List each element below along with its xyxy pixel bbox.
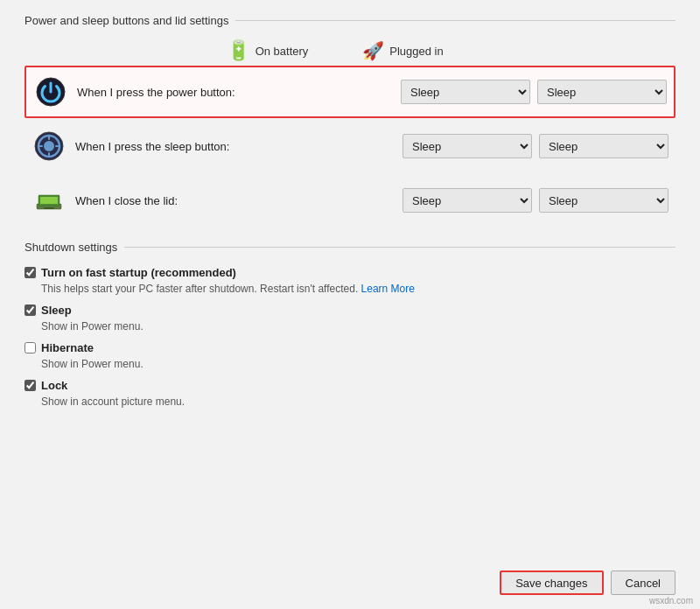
- lid-icon: [32, 183, 66, 218]
- sleep-checkbox[interactable]: [24, 304, 36, 316]
- hibernate-checkbox[interactable]: [24, 342, 36, 354]
- watermark: wsxdn.com: [649, 596, 693, 606]
- rocket-icon: 🚀: [362, 40, 384, 61]
- save-changes-button[interactable]: Save changes: [500, 570, 603, 595]
- sleep-item: Sleep Show in Power menu.: [24, 304, 676, 334]
- hibernate-desc: Show in Power menu.: [24, 356, 676, 372]
- fast-startup-item: Turn on fast startup (recommended) This …: [24, 266, 676, 297]
- power-button-icon: [33, 74, 68, 109]
- power-button-dropdowns: Do nothing Sleep Hibernate Shut down Do …: [401, 80, 667, 104]
- section-divider: [235, 20, 676, 21]
- fast-startup-checkbox[interactable]: [24, 267, 36, 278]
- battery-icon: 🔋: [227, 39, 250, 62]
- power-icon-svg: [35, 76, 66, 108]
- shutdown-section: Shutdown settings Turn on fast startup (…: [24, 241, 676, 410]
- lock-row: Lock: [24, 379, 676, 392]
- power-button-label: When I press the power button:: [77, 86, 401, 99]
- shutdown-section-title: Shutdown settings: [24, 241, 117, 254]
- sleep-row: Sleep: [24, 304, 676, 317]
- page-container: Power and sleep buttons and lid settings…: [0, 0, 700, 609]
- lock-desc: Show in account picture menu.: [24, 394, 676, 410]
- lid-label: When I close the lid:: [75, 194, 402, 207]
- footer: Save changes Cancel: [0, 560, 700, 609]
- lid-plugged-dropdown[interactable]: Do nothing Sleep Hibernate Shut down: [539, 188, 668, 213]
- hibernate-item: Hibernate Show in Power menu.: [24, 341, 676, 372]
- battery-column-header: 🔋 On battery: [200, 39, 335, 62]
- lock-label: Lock: [41, 379, 67, 392]
- sleep-button-icon: [32, 129, 66, 164]
- hibernate-row: Hibernate: [24, 341, 676, 354]
- lid-battery-dropdown[interactable]: Do nothing Sleep Hibernate Shut down: [402, 188, 532, 213]
- cancel-button[interactable]: Cancel: [611, 570, 676, 595]
- power-button-plugged-dropdown[interactable]: Do nothing Sleep Hibernate Shut down: [537, 80, 667, 104]
- lock-checkbox[interactable]: [24, 380, 36, 391]
- sleep-button-row: When I press the sleep button: Do nothin…: [24, 120, 676, 172]
- fast-startup-desc-text: This helps start your PC faster after sh…: [41, 283, 361, 295]
- lock-item: Lock Show in account picture menu.: [24, 379, 676, 410]
- sleep-button-label: When I press the sleep button:: [75, 140, 402, 153]
- fast-startup-row: Turn on fast startup (recommended): [24, 266, 676, 279]
- sleep-label: Sleep: [41, 304, 72, 317]
- battery-column-label: On battery: [256, 45, 309, 58]
- fast-startup-label: Turn on fast startup (recommended): [41, 266, 236, 279]
- lid-dropdowns: Do nothing Sleep Hibernate Shut down Do …: [402, 188, 668, 213]
- shutdown-section-header: Shutdown settings: [24, 241, 676, 254]
- power-button-battery-dropdown[interactable]: Do nothing Sleep Hibernate Shut down: [401, 80, 530, 104]
- svg-rect-10: [40, 197, 58, 204]
- learn-more-link[interactable]: Learn More: [361, 283, 415, 295]
- settings-rows: When I press the power button: Do nothin…: [24, 66, 676, 227]
- power-sleep-section-header: Power and sleep buttons and lid settings: [24, 14, 676, 27]
- hibernate-label: Hibernate: [41, 341, 94, 354]
- column-headers: 🔋 On battery 🚀 Plugged in: [24, 39, 676, 62]
- power-sleep-section-title: Power and sleep buttons and lid settings: [24, 14, 228, 27]
- svg-point-3: [44, 141, 54, 151]
- sleep-icon-svg: [33, 130, 65, 162]
- content-area: Power and sleep buttons and lid settings…: [0, 0, 700, 560]
- shutdown-section-divider: [124, 247, 676, 248]
- fast-startup-desc: This helps start your PC faster after sh…: [24, 281, 676, 297]
- sleep-button-plugged-dropdown[interactable]: Do nothing Sleep Hibernate Shut down: [539, 134, 668, 158]
- power-button-row: When I press the power button: Do nothin…: [24, 66, 676, 118]
- svg-rect-11: [44, 207, 54, 209]
- lid-icon-svg: [33, 185, 65, 216]
- plugged-column-label: Plugged in: [389, 45, 443, 58]
- plugged-column-header: 🚀 Plugged in: [335, 40, 471, 61]
- sleep-button-battery-dropdown[interactable]: Do nothing Sleep Hibernate Shut down: [402, 134, 532, 158]
- sleep-desc: Show in Power menu.: [24, 318, 676, 334]
- lid-row: When I close the lid: Do nothing Sleep H…: [24, 174, 676, 227]
- sleep-button-dropdowns: Do nothing Sleep Hibernate Shut down Do …: [402, 134, 668, 158]
